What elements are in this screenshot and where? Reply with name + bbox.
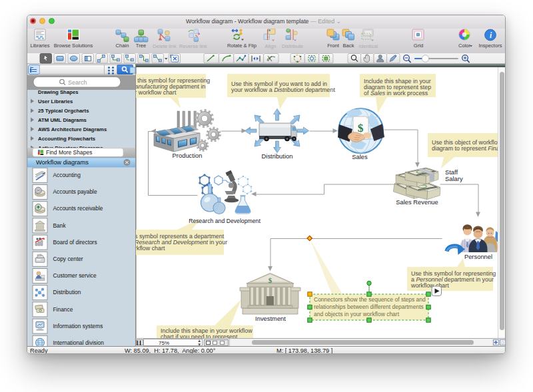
svg-text:Sales: Sales [352,153,368,160]
svg-text:Tree: Tree [136,43,146,49]
svg-text:Libraries: Libraries [30,43,49,49]
svg-text:Production: Production [173,152,203,159]
svg-text:Front: Front [327,43,340,49]
svg-text:Drawing Shapes: Drawing Shapes [38,89,79,95]
svg-text:Browse Solutions: Browse Solutions [54,43,93,49]
svg-text:workflow chart: workflow chart [410,282,449,289]
svg-text:Information systems: Information systems [53,323,103,329]
svg-text:Personnel: Personnel [464,253,492,260]
svg-text:Bank: Bank [53,222,67,229]
svg-text:chart if you need to represent: chart if you need to represent [161,333,238,338]
svg-text:Align: Align [265,43,276,49]
svg-text:Inspectors: Inspectors [478,43,502,49]
svg-text:Research and Development: Research and Development [189,218,261,224]
svg-text:Color: Color [458,43,471,49]
svg-text:Workflow diagrams: Workflow diagrams [36,159,89,166]
svg-text:Chain: Chain [116,43,129,49]
svg-text:Use this symbol if you want to: Use this symbol if you want to add in [231,81,327,87]
svg-text:AWS Architecture Diagrams: AWS Architecture Diagrams [38,126,107,132]
svg-text:Distribute: Distribute [282,43,303,49]
svg-text:Accounting: Accounting [53,172,81,178]
svg-text:relationships between differen: relationships between different departme… [314,303,424,310]
svg-text:Find More Shapes: Find More Shapes [46,149,92,156]
svg-text:Distribution: Distribution [262,152,293,160]
svg-text:Reverse link: Reverse link [179,43,207,49]
svg-text:Delete link: Delete link [153,43,177,49]
svg-text:Salary: Salary [445,175,463,182]
svg-text:Include this shape in your: Include this shape in your [364,78,431,85]
svg-text:ATM UML Diagrams: ATM UML Diagrams [38,117,87,123]
svg-text:Customer service: Customer service [53,272,97,279]
svg-text:Include this shape in your wor: Include this shape in your workflow [161,327,253,334]
svg-text:diagram to represent Financ: diagram to represent Financ [432,145,498,152]
svg-text:Finance: Finance [53,306,73,313]
svg-text:your workflow a Distribution d: your workflow a Distribution department [231,87,335,93]
svg-text:$: $ [268,276,272,284]
svg-text:Rotate & Flip: Rotate & Flip [227,43,257,49]
svg-text:Accounts payable: Accounts payable [53,188,97,195]
svg-text:Identical: Identical [359,43,378,49]
svg-text:Distribution: Distribution [53,289,81,295]
svg-text:Copy center: Copy center [53,256,83,262]
svg-text:Board of directors: Board of directors [53,239,97,246]
svg-text:rkflow chart: rkflow chart [136,245,165,252]
svg-text:25 Typical Orgcharts: 25 Typical Orgcharts [38,108,89,114]
svg-text:User Libraries: User Libraries [38,98,73,104]
svg-text:Accounting Flowcharts: Accounting Flowcharts [38,136,96,142]
svg-text:Back: Back [343,43,354,49]
svg-text:Grid: Grid [414,43,423,49]
svg-text:and objects in your workflow c: and objects in your workflow chart [314,311,400,317]
svg-text:of Sales in work process: of Sales in work process [364,90,428,97]
svg-text:Accounts receivable: Accounts receivable [53,205,103,212]
svg-text:Investment: Investment [255,315,286,322]
svg-text:Connectors show the sequence o: Connectors show the sequence of steps an… [314,296,426,303]
svg-text:your workflow chart: your workflow chart [136,89,177,96]
svg-text:$: $ [358,121,364,134]
svg-text:Search: Search [68,79,87,86]
svg-text:Sales Revenue: Sales Revenue [396,198,438,206]
svg-text:International division: International division [53,339,105,346]
